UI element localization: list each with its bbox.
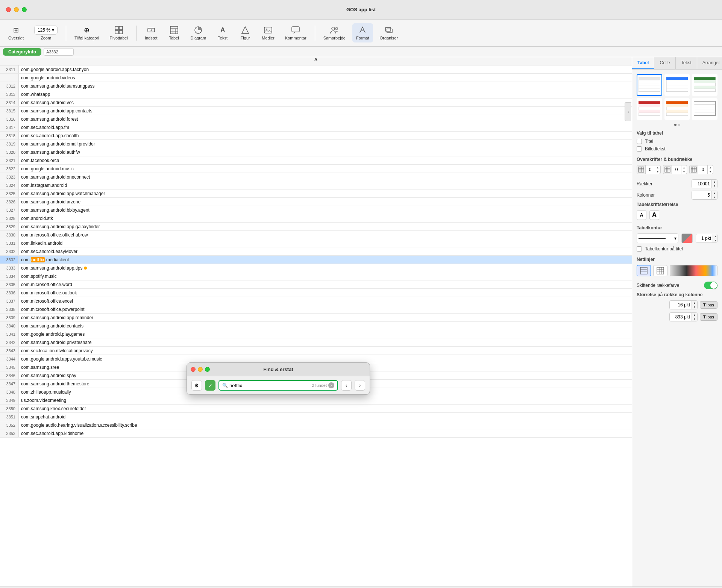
row-cell[interactable]: com.spotify.music [19,274,632,279]
table-row[interactable]: 3325 com.samsung.android.app.watchmanage… [0,189,632,198]
raekke-size-input[interactable] [670,301,692,309]
table-row[interactable]: 3319 com.samsung.android.email.provider [0,140,632,148]
maximize-button[interactable] [22,7,27,12]
table-row[interactable]: 3333 com.samsung.android.app.tips [0,264,632,272]
table-row[interactable]: 3341 com.google.android.play.games [0,330,632,338]
toolbar-figur[interactable]: Figur [235,23,255,42]
row-cell-netflix[interactable]: com.netflix.mediaclient [19,257,632,262]
find-next-button[interactable]: › [355,380,365,391]
kolonner-down[interactable]: ▼ [712,195,717,199]
toolbar-pivottabel[interactable]: Pivottabel [106,23,132,42]
stepper-up-3[interactable]: ▲ [708,165,713,170]
table-row[interactable]: 3312 com.samsung.android.samsungpass [0,82,632,90]
kolonner-up[interactable]: ▲ [712,191,717,195]
table-row[interactable]: 3330 com.microsoft.office.officehubrow [0,231,632,239]
row-cell[interactable]: com.samsung.android.app.reminder [19,315,632,320]
table-row[interactable]: 3316 com.samsung.android.forest [0,115,632,123]
billedtekst-checkbox[interactable] [637,146,642,152]
row-cell[interactable]: com.microsoft.office.excel [19,299,632,304]
close-button[interactable] [6,7,11,12]
raekke-size-up[interactable]: ▲ [692,301,697,305]
toolbar-tekst[interactable]: A Tekst [213,23,232,42]
table-row[interactable]: 3353 com.sec.android.app.kidshome [0,429,632,438]
titel-checkbox[interactable] [637,139,642,144]
raekker-input[interactable] [692,180,711,188]
table-row[interactable]: 3342 com.samsung.android.privateshare [0,338,632,347]
table-row[interactable]: 3344 com.google.android.apps.youtube.mus… [0,355,632,363]
row-cell[interactable]: com.sec.android.app.kidshome [19,431,632,436]
row-cell[interactable]: com.microsoft.office.word [19,282,632,287]
stepper-up-2[interactable]: ▲ [681,165,687,170]
row-cell[interactable]: com.google.audio.hearing.visualization.a… [19,423,632,428]
find-dialog-max[interactable] [205,367,210,372]
kolonne-size-up[interactable]: ▲ [692,313,697,317]
panel-collapse-button[interactable]: ‹ [625,102,631,121]
row-cell[interactable]: com.samsung.android.app.contacts [19,108,632,114]
table-row[interactable]: 3343 com.sec.location.nfwlocationprivacy [0,347,632,355]
table-row-selected[interactable]: 3332 com.netflix.mediaclient [0,256,632,264]
row-cell[interactable]: com.sec.android.app.shealth [19,133,632,138]
toolbar-organiser[interactable]: Organiser [376,23,402,42]
format-dot-1[interactable] [674,124,676,126]
row-cell[interactable]: com.snapchat.android [19,414,632,420]
format-thumb-5[interactable] [664,98,690,120]
row-cell[interactable]: com.google.android.videos [19,75,632,80]
header-stepper-1[interactable]: 0 ▲ ▼ [637,165,661,174]
table-row[interactable]: 3328 com.android.stk [0,214,632,223]
kontur-down[interactable]: ▼ [713,238,717,242]
stepper-down-2[interactable]: ▼ [681,170,687,174]
toolbar-kommentar[interactable]: Kommentar [281,23,310,42]
table-row[interactable]: 3336 com.microsoft.office.outlook [0,289,632,297]
header-stepper-arrows-2[interactable]: ▲ ▼ [681,165,687,174]
row-cell[interactable]: com.samsung.android.app.tips [19,265,632,271]
table-row[interactable]: 3327 com.samsung.android.bixby.agent [0,206,632,214]
raekke-tilpas-button[interactable]: Tilpas [700,301,717,309]
toolbar-medier[interactable]: Medier [258,23,278,42]
row-cell[interactable]: com.samsung.android.email.provider [19,141,632,147]
toolbar-tabel[interactable]: Tabel [164,23,184,42]
find-dialog-close[interactable] [191,367,196,372]
netlinjer-btn-1[interactable] [637,265,651,276]
tab-tabel[interactable]: Tabel [632,57,654,69]
row-cell[interactable]: com.samsung.android.oneconnect [19,174,632,180]
format-thumb-2[interactable] [664,74,690,96]
toolbar-oversigt[interactable]: ⊞ Oversigt [5,23,27,42]
row-cell[interactable]: com.whatsapp [19,92,632,97]
table-row[interactable]: 3339 com.samsung.android.app.reminder [0,314,632,322]
row-cell[interactable]: com.samsung.android.contacts [19,323,632,329]
table-row[interactable]: 3350 com.samsung.knox.securefolder [0,405,632,413]
table-row[interactable]: 3320 com.samsung.android.authfw [0,148,632,156]
toolbar-diagram[interactable]: Diagram [187,23,210,42]
table-row[interactable]: 3323 com.samsung.android.oneconnect [0,173,632,181]
table-container[interactable]: 3311 com.google.android.apps.tachyon com… [0,65,632,586]
table-row[interactable]: 3340 com.samsung.android.contacts [0,322,632,330]
row-cell[interactable]: com.samsung.android.app.galaxyfinder [19,224,632,229]
kolonne-size-input[interactable] [670,313,692,321]
tab-tekst[interactable]: Tekst [676,57,697,69]
find-replace-toggle-button[interactable]: ✓ [205,380,215,391]
font-size-small-btn[interactable]: A [637,210,646,220]
table-row[interactable]: 3329 com.samsung.android.app.galaxyfinde… [0,223,632,231]
find-settings-button[interactable]: ⚙ [191,380,202,391]
netlinjer-btn-2[interactable] [653,265,667,276]
kontur-thickness-input[interactable] [696,234,713,242]
header-stepper-arrows-3[interactable]: ▲ ▼ [708,165,713,174]
row-cell[interactable]: com.facebook.orca [19,158,632,163]
find-search-input[interactable] [229,383,310,388]
kontur-line-select[interactable]: —————— ▾ [637,233,678,243]
row-cell[interactable]: com.instagram.android [19,183,632,188]
kolonner-input[interactable] [692,191,711,199]
row-cell[interactable]: com.sec.android.app.fm [19,125,632,130]
header-stepper-3[interactable]: 0 ▲ ▼ [689,165,713,174]
format-thumb-6[interactable] [692,98,717,120]
raekker-up[interactable]: ▲ [712,180,717,184]
table-row[interactable]: 3322 com.google.android.music [0,165,632,173]
zoom-control[interactable]: 125 % ▾ [34,26,58,35]
table-row[interactable]: com.google.android.videos [0,74,632,82]
table-row[interactable]: 3332 com.sec.android.easyMover [0,247,632,256]
row-cell[interactable]: com.google.android.play.games [19,332,632,337]
row-cell[interactable]: com.microsoft.office.outlook [19,290,632,296]
stepper-up-1[interactable]: ▲ [655,165,660,170]
row-cell[interactable]: com.samsung.android.arzone [19,199,632,205]
table-row[interactable]: 3338 com.microsoft.office.powerpoint [0,305,632,314]
